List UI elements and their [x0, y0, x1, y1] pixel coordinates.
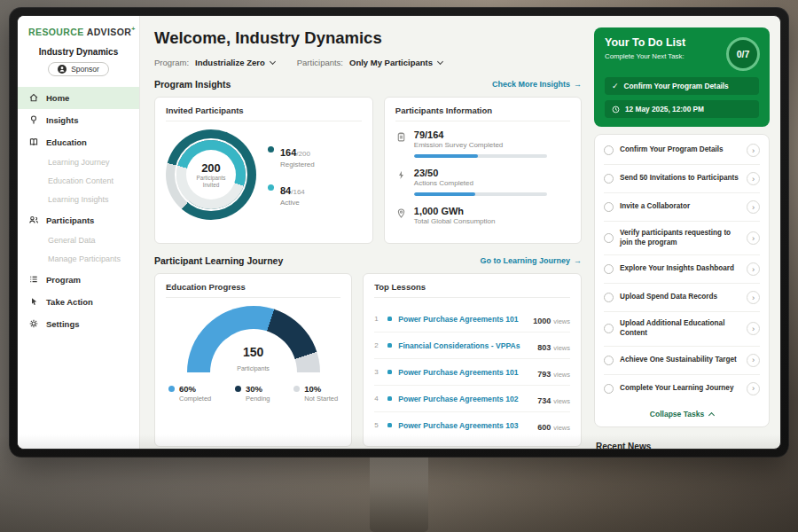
- lesson-row[interactable]: 1 Power Purchase Agreements 101 1000view…: [374, 306, 570, 332]
- tasks-card: Confirm Your Program Details › Send 50 I…: [594, 134, 770, 427]
- sidebar-item-learning-journey[interactable]: Learning Journey: [18, 153, 139, 172]
- legend-dot: [168, 386, 175, 392]
- chevron-right-icon[interactable]: ›: [747, 231, 760, 245]
- chevron-right-icon[interactable]: ›: [747, 144, 760, 157]
- task-row[interactable]: Verify participants requesting to join t…: [604, 222, 760, 255]
- sidebar-item-learning-insights[interactable]: Learning Insights: [18, 191, 139, 209]
- sidebar-nav: Home Insights Education Learning Journey…: [18, 87, 139, 335]
- gauge-center: 150 Participants: [187, 346, 320, 374]
- chevron-right-icon[interactable]: ›: [747, 354, 760, 367]
- participants-filter-label: Participants:: [297, 58, 343, 67]
- check-icon: ✓: [612, 82, 619, 90]
- task-checkbox[interactable]: [604, 145, 614, 155]
- chevron-down-icon: [437, 58, 443, 64]
- arrow-right-icon: →: [574, 80, 582, 89]
- task-checkbox[interactable]: [604, 356, 614, 365]
- task-checkbox[interactable]: [604, 324, 614, 333]
- learning-journey-section-header: Participant Learning Journey Go to Learn…: [154, 255, 582, 266]
- go-to-learning-journey-link[interactable]: Go to Learning Journey →: [480, 256, 582, 265]
- chevron-right-icon[interactable]: ›: [747, 262, 760, 276]
- sidebar-item-home[interactable]: Home: [18, 87, 139, 109]
- monitor-stand: [370, 456, 428, 532]
- sidebar-item-label: Take Action: [46, 297, 93, 307]
- lesson-icon: [387, 423, 392, 427]
- chevron-right-icon[interactable]: ›: [747, 291, 760, 304]
- chevron-right-icon[interactable]: ›: [747, 322, 760, 335]
- task-row[interactable]: Send 50 Invitations to Participants ›: [604, 165, 760, 193]
- people-icon: [28, 215, 39, 225]
- lightning-icon: [395, 169, 407, 181]
- donut-center-value: 200: [201, 161, 221, 175]
- sidebar: RESOURCE ADVISOR+ Industry Dynamics Spon…: [18, 16, 140, 449]
- next-task-pill[interactable]: ✓ Confirm Your Program Details: [605, 77, 759, 95]
- invited-participants-donut: 200 Participants Invited: [166, 129, 256, 220]
- legend-dot: [268, 184, 274, 191]
- todo-panel: Your To Do List Complete Your Next Task:…: [594, 16, 780, 449]
- chevron-up-icon: [708, 412, 715, 419]
- dashboard-screen: RESOURCE ADVISOR+ Industry Dynamics Spon…: [17, 15, 781, 450]
- sidebar-item-education[interactable]: Education: [18, 131, 139, 153]
- collapse-tasks-link[interactable]: Collapse Tasks: [604, 403, 760, 426]
- task-row[interactable]: Upload Additional Educational Content ›: [604, 312, 760, 346]
- invited-participants-card: Invited Participants 200 Participants In…: [154, 97, 373, 244]
- check-more-insights-link[interactable]: Check More Insights →: [492, 80, 582, 89]
- stat-actions: 23/50 Actions Completed: [395, 168, 570, 196]
- donut-center-label: Participants Invited: [192, 175, 230, 189]
- education-progress-card: Education Progress 150 Participants: [154, 273, 352, 447]
- task-checkbox[interactable]: [604, 174, 614, 184]
- task-row[interactable]: Complete Your Learning Journey ›: [604, 375, 760, 403]
- logo-advisor: ADVISOR: [87, 27, 132, 37]
- task-checkbox[interactable]: [604, 384, 614, 394]
- sidebar-item-take-action[interactable]: Take Action: [18, 291, 139, 313]
- section-title: Participant Learning Journey: [154, 255, 283, 266]
- list-icon: [28, 274, 39, 285]
- sponsor-badge-label: Sponsor: [71, 65, 99, 74]
- sidebar-item-participants[interactable]: Participants: [18, 209, 139, 231]
- chevron-right-icon[interactable]: ›: [747, 172, 760, 185]
- chevron-right-icon[interactable]: ›: [747, 382, 760, 395]
- sidebar-item-education-content[interactable]: Education Content: [18, 172, 139, 191]
- sidebar-item-label: Home: [46, 93, 69, 103]
- sidebar-item-general-data[interactable]: General Data: [18, 231, 139, 250]
- sidebar-item-label: Insights: [46, 115, 78, 125]
- home-icon: [28, 92, 39, 103]
- task-checkbox[interactable]: [604, 233, 614, 243]
- participants-information-card: Participants Information 79/164 Emission…: [384, 97, 582, 244]
- task-checkbox[interactable]: [604, 202, 614, 212]
- task-row[interactable]: Explore Your Insights Dashboard ›: [604, 255, 760, 284]
- todo-title: Your To Do List: [605, 36, 716, 49]
- lesson-row[interactable]: 4 Power Purchase Agreements 102 734views: [374, 386, 570, 412]
- participants-select-value: Only My Participants: [349, 58, 433, 67]
- task-row[interactable]: Invite a Collaborator ›: [604, 193, 760, 222]
- program-select-value: Industrialize Zero: [195, 58, 265, 67]
- sidebar-item-label: Program: [46, 275, 81, 285]
- lesson-row[interactable]: 5 Power Purchase Agreements 103 600views: [374, 412, 570, 438]
- task-checkbox[interactable]: [604, 264, 614, 274]
- sidebar-item-manage-participants[interactable]: Manage Participants: [18, 250, 139, 269]
- actions-progress-bar: [414, 192, 547, 196]
- main-content: Welcome, Industry Dynamics Program: Indu…: [140, 16, 594, 449]
- lesson-icon: [387, 396, 392, 401]
- sidebar-item-settings[interactable]: Settings: [18, 313, 139, 335]
- participants-select[interactable]: Only My Participants: [349, 58, 442, 67]
- filters-bar: Program: Industrialize Zero Participants…: [154, 58, 582, 67]
- section-title: Program Insights: [154, 79, 231, 90]
- task-row[interactable]: Confirm Your Program Details ›: [604, 137, 760, 165]
- emission-progress-bar: [414, 154, 547, 158]
- stat-consumption: 1,000 GWh Total Global Consumption: [395, 206, 570, 225]
- org-name: Industry Dynamics: [18, 47, 139, 57]
- lesson-row[interactable]: 3 Power Purchase Agreements 101 793views: [374, 359, 570, 386]
- lesson-row[interactable]: 2 Financial Considerations - VPPAs 803vi…: [374, 332, 570, 359]
- lesson-icon: [387, 343, 392, 348]
- card-title: Invited Participants: [166, 106, 362, 121]
- program-select[interactable]: Industrialize Zero: [195, 58, 275, 67]
- sidebar-item-program[interactable]: Program: [18, 269, 139, 291]
- task-row[interactable]: Achieve One Sustainability Target ›: [604, 347, 760, 375]
- sidebar-item-insights[interactable]: Insights: [18, 109, 139, 131]
- task-row[interactable]: Upload Spend Data Records ›: [604, 284, 760, 312]
- todo-card: Your To Do List Complete Your Next Task:…: [594, 27, 770, 127]
- legend-item-active: 84/164 Active: [268, 182, 315, 207]
- task-checkbox[interactable]: [604, 293, 614, 302]
- app-logo: RESOURCE ADVISOR+: [18, 26, 139, 37]
- chevron-right-icon[interactable]: ›: [747, 200, 760, 214]
